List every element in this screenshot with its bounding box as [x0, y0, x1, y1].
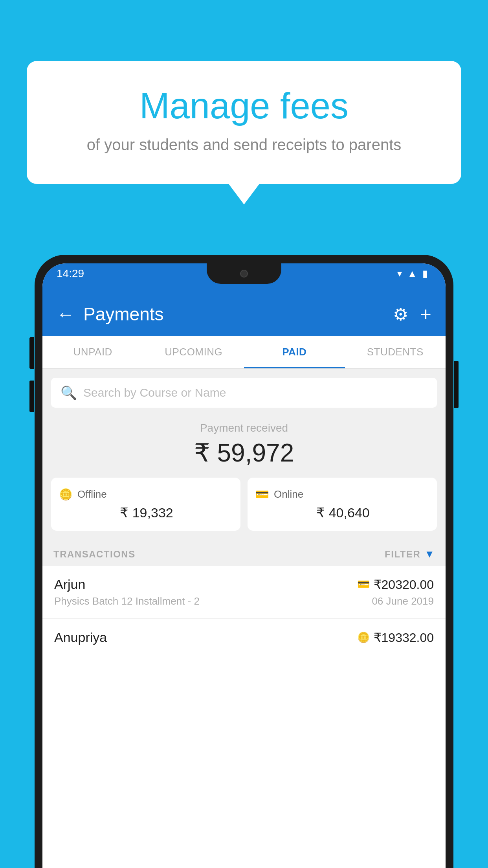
- tab-unpaid[interactable]: UNPAID: [42, 336, 143, 368]
- camera: [240, 270, 248, 278]
- add-icon[interactable]: +: [420, 303, 431, 326]
- search-bar[interactable]: 🔍 Search by Course or Name: [51, 378, 437, 408]
- transactions-header: TRANSACTIONS FILTER ▼: [42, 541, 446, 566]
- transaction-amount-1: ₹20320.00: [374, 577, 434, 592]
- online-card: 💳 Online ₹ 40,640: [248, 478, 437, 531]
- course-name-1: Physics Batch 12 Installment - 2: [54, 595, 200, 607]
- online-amount: ₹ 40,640: [255, 505, 429, 520]
- filter-icon: ▼: [424, 548, 435, 560]
- total-amount: ₹ 59,972: [51, 438, 437, 467]
- speech-bubble-subtitle: of your students and send receipts to pa…: [58, 134, 430, 156]
- speech-bubble-title: Manage fees: [58, 85, 430, 127]
- transaction-row[interactable]: Anupriya 🪙 ₹19332.00: [42, 619, 446, 656]
- online-label: Online: [274, 488, 303, 500]
- tab-paid[interactable]: PAID: [244, 336, 345, 368]
- app-header: ← Payments ⚙ +: [42, 294, 446, 336]
- tabs-bar: UNPAID UPCOMING PAID STUDENTS: [42, 336, 446, 369]
- filter-button[interactable]: FILTER ▼: [385, 548, 435, 560]
- transactions-list: Arjun 💳 ₹20320.00 Physics Batch 12 Insta…: [42, 566, 446, 868]
- offline-label: Offline: [77, 488, 107, 500]
- transaction-amount-2: ₹19332.00: [374, 630, 434, 645]
- student-name: Anupriya: [54, 630, 107, 645]
- tab-upcoming[interactable]: UPCOMING: [143, 336, 244, 368]
- phone-notch: [207, 263, 281, 284]
- payment-mode-icon-1: 💳: [357, 578, 370, 590]
- offline-card: 🪙 Offline ₹ 19,332: [51, 478, 240, 531]
- payment-received-label: Payment received: [51, 422, 437, 434]
- search-placeholder: Search by Course or Name: [83, 386, 226, 399]
- payment-summary: Payment received ₹ 59,972 🪙 Offline ₹ 19…: [42, 408, 446, 541]
- status-icons: ▾ ▲ ▮: [397, 268, 431, 279]
- payment-mode-icon-2: 🪙: [357, 631, 370, 644]
- status-time: 14:29: [57, 267, 84, 280]
- offline-icon: 🪙: [59, 488, 73, 501]
- transactions-label: TRANSACTIONS: [53, 549, 136, 560]
- speech-bubble: Manage fees of your students and send re…: [27, 61, 461, 184]
- student-name: Arjun: [54, 577, 85, 592]
- speech-bubble-container: Manage fees of your students and send re…: [27, 61, 461, 184]
- back-button[interactable]: ←: [57, 303, 75, 325]
- offline-amount: ₹ 19,332: [59, 505, 233, 520]
- page-title: Payments: [83, 303, 164, 325]
- wifi-icon: ▾: [397, 268, 402, 279]
- transaction-date-1: 06 June 2019: [372, 595, 434, 607]
- filter-label: FILTER: [385, 549, 420, 560]
- tab-students[interactable]: STUDENTS: [345, 336, 446, 368]
- phone-mockup: 14:29 ▾ ▲ ▮ ← Payments ⚙: [35, 255, 453, 868]
- settings-icon[interactable]: ⚙: [393, 304, 408, 324]
- signal-icon: ▲: [407, 268, 417, 279]
- online-icon: 💳: [255, 488, 269, 501]
- transaction-row[interactable]: Arjun 💳 ₹20320.00 Physics Batch 12 Insta…: [42, 566, 446, 619]
- search-icon: 🔍: [61, 385, 77, 401]
- battery-icon: ▮: [422, 268, 427, 279]
